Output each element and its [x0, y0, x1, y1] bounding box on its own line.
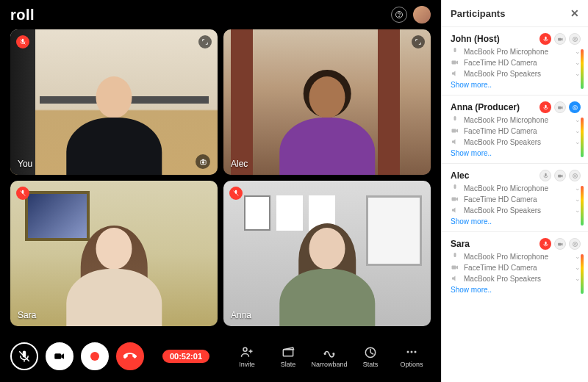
record-timer: 00:52:01	[162, 350, 209, 363]
chevron-down-icon: ⌄	[575, 264, 581, 271]
link-status-chip[interactable]	[569, 238, 581, 250]
cam-status-chip[interactable]	[554, 238, 566, 250]
help-icon[interactable]	[391, 7, 407, 23]
link-status-chip[interactable]	[569, 101, 581, 113]
chevron-down-icon: ⌄	[575, 127, 581, 134]
device-row[interactable]: MacBook Pro Speakers⌄	[451, 137, 581, 146]
svg-point-11	[243, 347, 247, 351]
mic-status-chip[interactable]	[539, 101, 551, 113]
svg-point-31	[574, 175, 576, 176]
expand-icon[interactable]	[198, 35, 212, 48]
video-stage: roll You	[0, 0, 441, 382]
chevron-down-icon: ⌄	[575, 70, 581, 77]
show-more-link[interactable]: Show more..	[451, 217, 581, 226]
camera-toggle-button[interactable]	[46, 342, 74, 370]
chevron-down-icon: ⌄	[575, 275, 581, 282]
device-row[interactable]: MacBook Pro Speakers⌄	[451, 69, 581, 78]
device-row[interactable]: FaceTime HD Camera⌄	[451, 58, 581, 67]
svg-rect-32	[452, 198, 456, 201]
device-row[interactable]: MacBook Pro Speakers⌄	[451, 274, 581, 283]
device-label: MacBook Pro Speakers	[464, 275, 541, 283]
panel-title: Participants	[451, 8, 505, 19]
narrowband-button[interactable]: Narrowband	[310, 345, 348, 368]
mute-button[interactable]	[10, 342, 38, 370]
device-label: FaceTime HD Camera	[464, 127, 537, 135]
tile-name-label: Alec	[231, 159, 248, 169]
svg-rect-21	[558, 37, 562, 40]
cam-status-chip[interactable]	[554, 170, 566, 181]
device-row[interactable]: FaceTime HD Camera⌄	[451, 263, 581, 272]
topbar: roll	[0, 0, 441, 29]
show-more-link[interactable]: Show more..	[451, 149, 581, 157]
stats-button[interactable]: Stats	[351, 345, 390, 368]
device-row[interactable]: MacBook Pro Speakers⌄	[451, 206, 581, 215]
mic-muted-icon	[16, 35, 29, 48]
user-avatar[interactable]	[413, 6, 431, 24]
video-tile-you[interactable]: You	[10, 29, 218, 175]
participant-figure	[66, 70, 162, 175]
participants-list: John (Host)MacBook Pro Microphone⌄FaceTi…	[442, 26, 588, 382]
record-button[interactable]	[81, 342, 109, 370]
svg-rect-36	[452, 266, 456, 270]
device-row[interactable]: FaceTime HD Camera⌄	[451, 195, 581, 203]
device-label: MacBook Pro Microphone	[464, 116, 548, 124]
link-status-chip[interactable]	[569, 170, 581, 181]
video-grid: You Alec Sara	[0, 29, 441, 331]
participant-row: Anna (Producer)MacBook Pro Microphone⌄Fa…	[442, 95, 588, 163]
chevron-down-icon: ⌄	[575, 48, 581, 55]
expand-icon[interactable]	[412, 35, 425, 48]
participant-row: AlecMacBook Pro Microphone⌄FaceTime HD C…	[442, 163, 588, 231]
cam-status-chip[interactable]	[554, 101, 566, 113]
svg-rect-33	[558, 242, 562, 245]
device-row[interactable]: FaceTime HD Camera⌄	[451, 126, 581, 135]
audio-meter	[581, 254, 584, 294]
hangup-button[interactable]	[116, 342, 144, 370]
show-more-link[interactable]: Show more..	[451, 286, 581, 294]
svg-point-18	[406, 351, 409, 353]
chevron-down-icon: ⌄	[575, 206, 581, 214]
chevron-down-icon: ⌄	[575, 59, 581, 66]
device-row[interactable]: MacBook Pro Microphone⌄	[451, 47, 581, 56]
svg-point-34	[573, 242, 577, 246]
invite-button[interactable]: Invite	[228, 345, 266, 368]
mic-status-chip[interactable]	[539, 170, 551, 181]
participant-figure	[279, 70, 375, 175]
mic-status-chip[interactable]	[539, 33, 551, 45]
device-label: MacBook Pro Microphone	[464, 48, 548, 56]
svg-rect-14	[283, 350, 293, 356]
svg-rect-25	[558, 106, 562, 109]
link-status-chip[interactable]	[569, 33, 581, 45]
svg-point-20	[414, 351, 416, 353]
chevron-down-icon: ⌄	[575, 138, 581, 145]
participant-name: Anna (Producer)	[451, 102, 537, 112]
panel-header: Participants ✕	[442, 0, 588, 26]
svg-point-27	[574, 107, 576, 108]
tile-name-label: You	[18, 159, 32, 169]
device-row[interactable]: MacBook Pro Microphone⌄	[451, 252, 581, 261]
device-row[interactable]: MacBook Pro Microphone⌄	[451, 115, 581, 124]
participant-figure	[279, 221, 375, 326]
video-tile-sara[interactable]: Sara	[10, 181, 218, 326]
svg-point-15	[324, 353, 326, 355]
control-bar: 00:52:01 Invite Slate Narrowband Stats O…	[0, 331, 441, 382]
mic-status-chip[interactable]	[539, 238, 551, 250]
video-tile-anna[interactable]: Anna	[223, 181, 431, 326]
stats-label: Stats	[363, 361, 379, 368]
audio-meter	[581, 186, 584, 226]
camera-button[interactable]	[196, 154, 210, 169]
chevron-down-icon: ⌄	[575, 116, 581, 123]
invite-label: Invite	[239, 361, 255, 368]
video-tile-alec[interactable]: Alec	[223, 29, 431, 175]
cam-status-chip[interactable]	[554, 33, 566, 45]
options-button[interactable]: Options	[392, 345, 431, 368]
slate-button[interactable]: Slate	[269, 345, 307, 368]
svg-rect-10	[54, 353, 61, 359]
svg-point-1	[399, 16, 400, 17]
device-label: FaceTime HD Camera	[464, 195, 537, 203]
svg-point-30	[573, 173, 577, 178]
chevron-down-icon: ⌄	[575, 195, 581, 203]
mic-muted-icon	[229, 187, 243, 200]
show-more-link[interactable]: Show more..	[451, 81, 581, 89]
close-icon[interactable]: ✕	[570, 7, 579, 19]
device-row[interactable]: MacBook Pro Microphone⌄	[451, 184, 581, 192]
